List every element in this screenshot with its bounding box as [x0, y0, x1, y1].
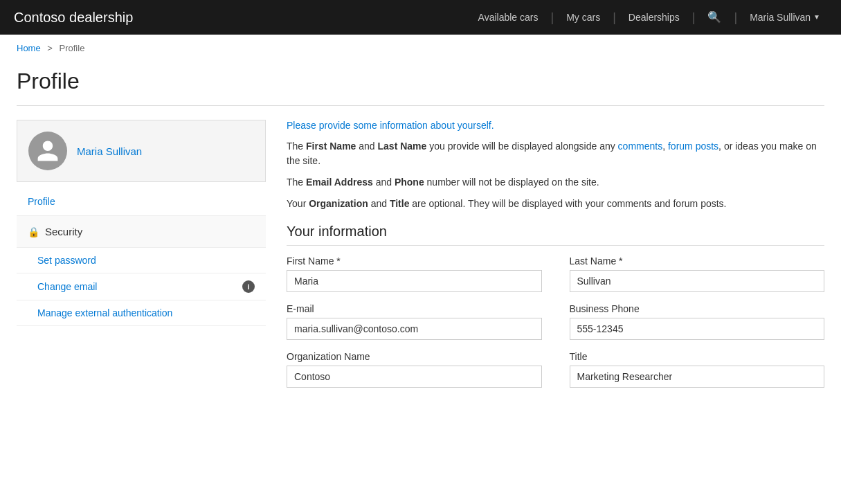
sidebar-item-change-email[interactable]: Change email i [17, 273, 266, 300]
sidebar-item-set-password[interactable]: Set password [17, 248, 266, 273]
desc3-post: are optional. They will be displayed wit… [409, 198, 726, 209]
last-name-field: Last Name * [570, 255, 825, 292]
breadcrumb-home[interactable]: Home [17, 43, 41, 53]
search-icon[interactable]: 🔍 [695, 0, 734, 35]
user-card: Maria Sullivan [17, 120, 266, 182]
first-name-input[interactable] [287, 270, 542, 292]
desc2-email-label: Email Address [306, 177, 373, 188]
user-name-label: Maria Sullivan [750, 0, 811, 35]
desc2-mid: and [373, 177, 395, 188]
sidebar-user-name: Maria Sullivan [77, 145, 142, 157]
email-input[interactable] [287, 318, 542, 340]
desc-paragraph-1: The First Name and Last Name you provide… [287, 139, 824, 168]
user-menu[interactable]: Maria Sullivan ▼ [737, 0, 827, 35]
title-field: Title [570, 351, 825, 388]
phone-label: Business Phone [570, 303, 825, 314]
profile-form: First Name * Last Name * E-mail Business… [287, 255, 824, 388]
phone-field: Business Phone [570, 303, 825, 340]
breadcrumb-separator: > [47, 43, 53, 53]
info-icon: i [242, 280, 255, 293]
sidebar-item-profile[interactable]: Profile [17, 188, 266, 216]
phone-input[interactable] [570, 318, 825, 340]
sidebar-item-manage-auth[interactable]: Manage external authentication [17, 300, 266, 326]
title-label: Title [570, 351, 825, 362]
first-name-field: First Name * [287, 255, 542, 292]
desc-paragraph-3: Your Organization and Title are optional… [287, 197, 824, 211]
sidebar-menu: Profile 🔒 Security Set password Change e… [17, 188, 266, 326]
email-label: E-mail [287, 303, 542, 314]
org-input[interactable] [287, 366, 542, 388]
chevron-down-icon: ▼ [813, 0, 820, 35]
sidebar-security-header: 🔒 Security [17, 216, 266, 248]
first-name-label: First Name * [287, 255, 542, 267]
right-content: Please provide some information about yo… [266, 106, 824, 402]
desc1-mid1: and [356, 141, 377, 152]
main-content: Maria Sullivan Profile 🔒 Security Set pa… [0, 106, 841, 402]
header: Contoso dealership Available cars | My c… [0, 0, 841, 35]
desc-paragraph-2: The Email Address and Phone number will … [287, 175, 824, 190]
forum-link[interactable]: forum posts [668, 141, 718, 152]
avatar [28, 132, 67, 170]
lock-icon: 🔒 [28, 226, 39, 237]
breadcrumb-current: Profile [60, 43, 85, 53]
desc3-title-label: Title [390, 198, 410, 209]
desc2-pre: The [287, 177, 306, 188]
sidebar-security-label: Security [45, 226, 82, 237]
your-information-title: Your information [287, 224, 824, 246]
nav-dealerships[interactable]: Dealerships [616, 0, 692, 35]
site-logo: Contoso dealership [14, 10, 466, 26]
title-input[interactable] [570, 366, 825, 388]
desc3-pre: Your [287, 198, 309, 209]
user-avatar-icon [35, 138, 60, 163]
last-name-input[interactable] [570, 270, 825, 292]
sidebar: Maria Sullivan Profile 🔒 Security Set pa… [17, 106, 266, 402]
desc3-mid: and [368, 198, 390, 209]
email-field: E-mail [287, 303, 542, 340]
nav-available-cars[interactable]: Available cars [466, 0, 551, 35]
desc1-lastname-label: Last Name [378, 141, 427, 152]
info-paragraph: Please provide some information about yo… [287, 120, 824, 131]
comments-link[interactable]: comments [618, 141, 663, 152]
main-nav: Available cars | My cars | Dealerships |… [466, 0, 827, 35]
desc1-pre: The [287, 141, 306, 152]
last-name-label: Last Name * [570, 255, 825, 267]
org-field: Organization Name [287, 351, 542, 388]
desc2-post: number will not be displayed on the site… [424, 177, 599, 188]
breadcrumb: Home > Profile [0, 35, 841, 62]
page-title: Profile [0, 62, 841, 105]
desc1-firstname-label: First Name [306, 141, 356, 152]
desc3-org-label: Organization [309, 198, 368, 209]
org-label: Organization Name [287, 351, 542, 362]
nav-my-cars[interactable]: My cars [554, 0, 613, 35]
desc2-phone-label: Phone [395, 177, 424, 188]
